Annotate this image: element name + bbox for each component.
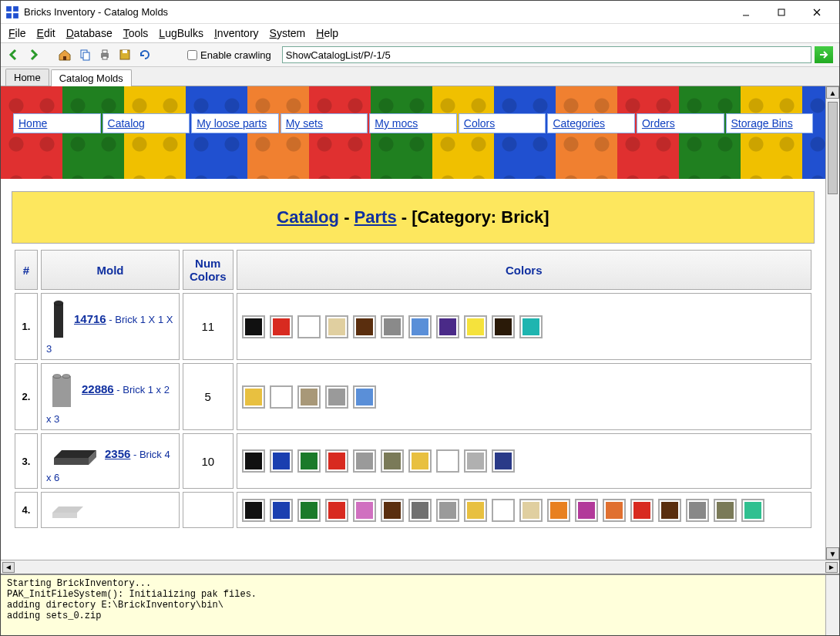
color-swatch[interactable] bbox=[242, 449, 265, 473]
window-title: Bricks Inventory - Catalog Molds bbox=[24, 6, 728, 18]
color-swatch[interactable] bbox=[492, 499, 515, 522]
banner: HomeCatalogMy loose partsMy setsMy mocsC… bbox=[1, 86, 825, 179]
part-link[interactable]: 22886 bbox=[82, 382, 114, 395]
part-link[interactable]: 14716 bbox=[74, 312, 106, 325]
color-swatch[interactable] bbox=[270, 385, 293, 409]
color-swatch[interactable] bbox=[464, 449, 487, 473]
svg-point-17 bbox=[54, 301, 63, 305]
color-swatch[interactable] bbox=[381, 499, 404, 522]
svg-rect-10 bbox=[83, 52, 89, 60]
close-button[interactable] bbox=[799, 1, 835, 24]
color-swatch[interactable] bbox=[408, 499, 432, 522]
color-swatch[interactable] bbox=[436, 315, 459, 338]
color-swatch[interactable] bbox=[436, 499, 459, 522]
table-row: 2.22886 - Brick 1 x 2 x 35 bbox=[15, 363, 811, 430]
breadcrumb-parts-link[interactable]: Parts bbox=[354, 207, 397, 227]
color-swatch[interactable] bbox=[325, 499, 348, 522]
color-swatch[interactable] bbox=[464, 499, 487, 522]
color-swatch[interactable] bbox=[325, 449, 348, 473]
color-swatch[interactable] bbox=[270, 449, 293, 473]
color-swatch[interactable] bbox=[270, 499, 293, 522]
nav-link-storage-bins[interactable]: Storage Bins bbox=[731, 117, 793, 130]
breadcrumb-catalog-link[interactable]: Catalog bbox=[277, 207, 339, 227]
color-swatch[interactable] bbox=[714, 499, 737, 522]
color-swatch[interactable] bbox=[464, 315, 487, 338]
minimize-button[interactable] bbox=[728, 1, 764, 24]
url-input[interactable] bbox=[282, 46, 811, 63]
svg-rect-3 bbox=[13, 13, 18, 19]
menu-system[interactable]: System bbox=[270, 27, 306, 39]
horizontal-scrollbar[interactable]: ◄► bbox=[1, 560, 839, 574]
color-swatch[interactable] bbox=[325, 315, 348, 338]
menu-inventory[interactable]: Inventory bbox=[214, 27, 259, 39]
col-index: # bbox=[15, 250, 38, 290]
titlebar: Bricks Inventory - Catalog Molds bbox=[1, 1, 839, 24]
nav-link-categories[interactable]: Categories bbox=[553, 117, 605, 130]
copy-icon[interactable] bbox=[76, 46, 93, 63]
color-swatch[interactable] bbox=[297, 499, 321, 522]
color-swatch[interactable] bbox=[492, 315, 515, 338]
go-button[interactable] bbox=[815, 46, 833, 63]
color-swatch[interactable] bbox=[658, 499, 681, 522]
color-swatch[interactable] bbox=[270, 315, 293, 338]
nav-link-my-mocs[interactable]: My mocs bbox=[375, 117, 418, 130]
menu-lugbulks[interactable]: LugBulks bbox=[159, 27, 203, 39]
tab-catalog-molds[interactable]: Catalog Molds bbox=[51, 69, 132, 86]
color-swatch[interactable] bbox=[686, 499, 709, 522]
color-swatch[interactable] bbox=[408, 449, 432, 473]
color-swatch[interactable] bbox=[381, 449, 404, 473]
menu-database[interactable]: Database bbox=[66, 27, 113, 39]
refresh-icon[interactable] bbox=[136, 46, 153, 63]
maximize-button[interactable] bbox=[764, 1, 799, 24]
menu-edit[interactable]: Edit bbox=[37, 27, 55, 39]
color-swatch[interactable] bbox=[242, 315, 265, 338]
color-swatch[interactable] bbox=[436, 449, 459, 473]
menu-file[interactable]: File bbox=[8, 27, 26, 39]
save-icon[interactable] bbox=[116, 46, 133, 63]
vertical-scrollbar[interactable]: ▲ ▼ bbox=[825, 86, 839, 560]
color-swatch[interactable] bbox=[325, 385, 348, 409]
back-button[interactable] bbox=[7, 46, 24, 63]
svg-marker-24 bbox=[52, 506, 83, 513]
color-swatch[interactable] bbox=[353, 385, 376, 409]
tab-bar: Home Catalog Molds bbox=[1, 67, 839, 86]
color-swatch[interactable] bbox=[297, 449, 321, 473]
nav-link-my-loose-parts[interactable]: My loose parts bbox=[197, 117, 267, 130]
color-swatch[interactable] bbox=[297, 385, 321, 409]
home-icon[interactable] bbox=[56, 46, 73, 63]
part-link[interactable]: 2356 bbox=[105, 447, 130, 460]
color-swatch[interactable] bbox=[741, 499, 764, 522]
parts-table: # Mold Num Colors Colors 1.14716 - Brick… bbox=[12, 247, 815, 531]
color-swatch[interactable] bbox=[353, 315, 376, 338]
color-swatch[interactable] bbox=[492, 449, 515, 473]
color-swatch[interactable] bbox=[408, 315, 432, 338]
color-swatch[interactable] bbox=[381, 315, 404, 338]
breadcrumb: Catalog - Parts - [Category: Brick] bbox=[12, 191, 815, 244]
color-swatch[interactable] bbox=[519, 315, 543, 338]
color-swatch[interactable] bbox=[353, 449, 376, 473]
nav-link-my-sets[interactable]: My sets bbox=[286, 117, 323, 130]
color-swatch[interactable] bbox=[547, 499, 570, 522]
color-swatch[interactable] bbox=[603, 499, 626, 522]
menu-tools[interactable]: Tools bbox=[123, 27, 149, 39]
color-swatch[interactable] bbox=[242, 499, 265, 522]
color-swatch[interactable] bbox=[630, 499, 654, 522]
color-swatch[interactable] bbox=[297, 315, 321, 338]
color-swatch[interactable] bbox=[242, 385, 265, 409]
color-swatch[interactable] bbox=[353, 499, 376, 522]
enable-crawling-checkbox[interactable] bbox=[187, 50, 197, 60]
nav-link-orders[interactable]: Orders bbox=[642, 117, 675, 130]
print-icon[interactable] bbox=[96, 46, 113, 63]
svg-rect-5 bbox=[778, 9, 785, 15]
log-pane: Starting BrickInventory... PAK_InitFileS… bbox=[1, 574, 839, 635]
color-swatch[interactable] bbox=[575, 499, 598, 522]
nav-link-colors[interactable]: Colors bbox=[464, 117, 495, 130]
nav-link-catalog[interactable]: Catalog bbox=[108, 117, 145, 130]
color-swatch[interactable] bbox=[519, 499, 543, 522]
nav-link-home[interactable]: Home bbox=[18, 117, 47, 130]
forward-button[interactable] bbox=[27, 46, 44, 63]
svg-rect-15 bbox=[123, 50, 127, 53]
tab-home[interactable]: Home bbox=[5, 69, 49, 86]
menu-help[interactable]: Help bbox=[316, 27, 338, 39]
app-icon bbox=[5, 5, 19, 19]
